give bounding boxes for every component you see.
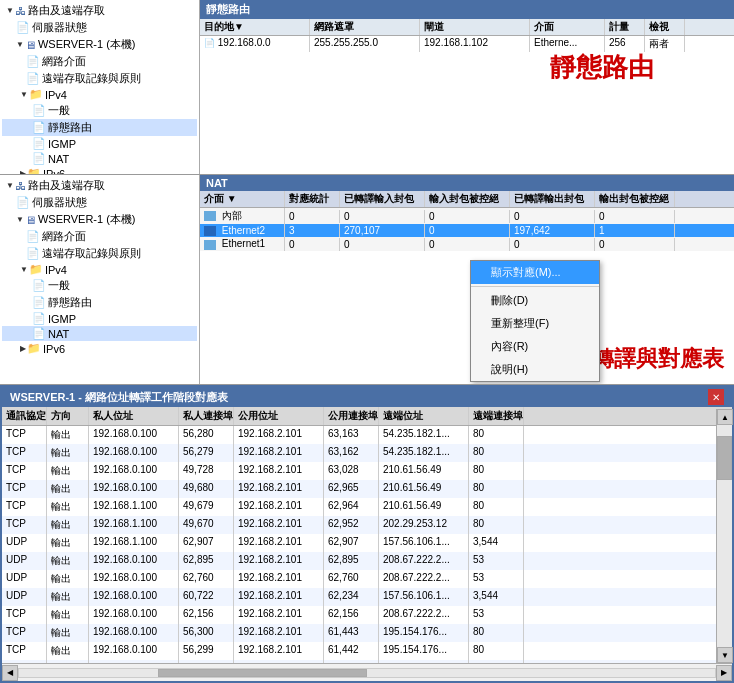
list-item: 192.168.1.100 — [89, 516, 179, 534]
tree-ipv4-top[interactable]: ▼ 📁 IPv4 — [2, 87, 197, 102]
horizontal-scrollbar: ◀ ▶ — [2, 663, 732, 681]
tree-static-routes-top[interactable]: 📄 靜態路由 — [2, 119, 197, 136]
list-item: 63,028 — [324, 462, 379, 480]
tree-static-mid[interactable]: 📄 靜態路由 — [2, 294, 197, 311]
scroll-left-btn[interactable]: ◀ — [2, 665, 18, 681]
table-row[interactable]: UDP輸出192.168.0.10062,895192.168.2.10162,… — [2, 552, 732, 570]
table-row[interactable]: TCP輸出192.168.1.10049,670192.168.2.10162,… — [2, 516, 732, 534]
col-header-gateway: 閘道 — [420, 19, 530, 35]
tree-igmp-mid[interactable]: 📄 IGMP — [2, 311, 197, 326]
tree-general-top[interactable]: 📄 一般 — [2, 102, 197, 119]
iface-icon-eth2 — [204, 226, 216, 236]
context-show-map[interactable]: 顯示對應(M)... — [471, 261, 599, 284]
tree-general-mid[interactable]: 📄 一般 — [2, 277, 197, 294]
col-header-iface: 介面 — [530, 19, 605, 35]
list-item: 208.67.222.2... — [379, 606, 469, 624]
table-row[interactable]: TCP輸出192.168.0.10049,728192.168.2.10163,… — [2, 462, 732, 480]
expand-icon3: ▼ — [20, 90, 28, 99]
nat-map-eth1: 0 — [285, 238, 340, 251]
list-item: UDP — [2, 570, 47, 588]
list-item: 62,760 — [324, 570, 379, 588]
scroll-thumb[interactable] — [158, 669, 367, 677]
table-row[interactable]: UDP輸出192.168.1.10062,907192.168.2.10162,… — [2, 534, 732, 552]
nat-map-eth2: 3 — [285, 224, 340, 237]
nat-iface-internal: 內部 — [200, 208, 285, 224]
list-item: 192.168.0.100 — [89, 426, 179, 444]
nat-row-eth2[interactable]: Ethernet2 3 270,107 0 197,642 1 — [200, 224, 734, 237]
tree-server-status-mid[interactable]: 📄 伺服器狀態 — [2, 194, 197, 211]
table-row[interactable]: TCP輸出192.168.0.10056,299192.168.2.10161,… — [2, 642, 732, 660]
folder-icon2: 📁 — [27, 167, 41, 174]
list-item: 56,299 — [179, 642, 234, 660]
col-direction: 方向 — [47, 407, 89, 425]
list-item: 53 — [469, 570, 524, 588]
list-item: TCP — [2, 516, 47, 534]
tree-igmp-top[interactable]: 📄 IGMP — [2, 136, 197, 151]
tree-server-status-top[interactable]: 📄 伺服器狀態 — [2, 19, 197, 36]
list-item: 輸出 — [47, 642, 89, 660]
scroll-up-btn[interactable]: ▲ — [717, 409, 733, 425]
list-item: 210.61.56.49 — [379, 498, 469, 516]
scroll-track[interactable] — [18, 668, 716, 678]
tree-ipv4-mid[interactable]: ▼ 📁 IPv4 — [2, 262, 197, 277]
context-delete[interactable]: 刪除(D) — [471, 289, 599, 312]
list-item: TCP — [2, 624, 47, 642]
tree-remote-top[interactable]: 📄 遠端存取記錄與原則 — [2, 70, 197, 87]
list-item: 80 — [469, 516, 524, 534]
list-item: 62,952 — [324, 516, 379, 534]
tree-routing-mid[interactable]: ▼ 🖧 路由及遠端存取 — [2, 177, 197, 194]
list-item: 61,443 — [324, 624, 379, 642]
scroll-vthumb[interactable] — [717, 436, 732, 480]
doc-icon-mid3: 📄 — [26, 247, 40, 260]
list-item: 62,965 — [324, 480, 379, 498]
context-properties[interactable]: 內容(R) — [471, 335, 599, 358]
expand-icon: ▼ — [6, 6, 14, 15]
scroll-down-btn[interactable]: ▼ — [717, 647, 733, 663]
context-help[interactable]: 說明(H) — [471, 358, 599, 381]
table-row[interactable]: TCP輸出192.168.0.10049,680192.168.2.10162,… — [2, 480, 732, 498]
nat-col-in-drop: 輸入封包被控絕 — [425, 191, 510, 207]
col-remote-port: 遠端連接埠 — [469, 407, 524, 425]
table-row[interactable]: TCP輸出192.168.0.10056,280192.168.2.10163,… — [2, 426, 732, 444]
tree-ipv6-top[interactable]: ▶ 📁 IPv6 — [2, 166, 197, 174]
list-item: 輸出 — [47, 534, 89, 552]
nat-intrans-eth1: 0 — [340, 238, 425, 251]
doc-icon7: 📄 — [32, 152, 46, 165]
nat-intrans-internal: 0 — [340, 210, 425, 223]
nat-outtrans-internal: 0 — [510, 210, 595, 223]
nat-outdrop-internal: 0 — [595, 210, 675, 223]
nat-row-eth1[interactable]: Ethernet1 0 0 0 0 0 — [200, 237, 734, 250]
close-button[interactable]: ✕ — [708, 389, 724, 405]
table-row[interactable]: TCP輸出192.168.0.10056,279192.168.2.10163,… — [2, 444, 732, 462]
nat-outdrop-eth2: 1 — [595, 224, 675, 237]
table-row[interactable]: UDP輸出192.168.0.10060,722192.168.2.10162,… — [2, 588, 732, 606]
list-item: 49,679 — [179, 498, 234, 516]
tree-routing-top[interactable]: ▼ 🖧 路由及遠端存取 — [2, 2, 197, 19]
list-item: 輸出 — [47, 624, 89, 642]
nat-trans-rows-container: TCP輸出192.168.0.10056,280192.168.2.10163,… — [2, 426, 732, 670]
tree-netiface-top[interactable]: 📄 網路介面 — [2, 53, 197, 70]
tree-nat-mid[interactable]: 📄 NAT — [2, 326, 197, 341]
table-row[interactable]: TCP輸出192.168.1.10049,679192.168.2.10162,… — [2, 498, 732, 516]
tree-remote-mid[interactable]: 📄 遠端存取記錄與原則 — [2, 245, 197, 262]
nat-trans-title-bar: WSERVER-1 - 網路位址轉譯工作階段對應表 ✕ — [2, 387, 732, 407]
nat-indrop-internal: 0 — [425, 210, 510, 223]
table-row[interactable]: UDP輸出192.168.0.10062,760192.168.2.10162,… — [2, 570, 732, 588]
tree-wserver-mid[interactable]: ▼ 🖥 WSERVER-1 (本機) — [2, 211, 197, 228]
list-item: 80 — [469, 462, 524, 480]
nat-col-in-trans: 已轉譯輸入封包 — [340, 191, 425, 207]
scroll-vtrack[interactable] — [717, 425, 732, 647]
table-row[interactable]: TCP輸出192.168.0.10056,300192.168.2.10161,… — [2, 624, 732, 642]
list-item: TCP — [2, 480, 47, 498]
context-refresh[interactable]: 重新整理(F) — [471, 312, 599, 335]
tree-nat-top[interactable]: 📄 NAT — [2, 151, 197, 166]
nat-row-internal[interactable]: 內部 0 0 0 0 0 — [200, 208, 734, 224]
col-pub-addr: 公用位址 — [234, 407, 324, 425]
tree-ipv6-mid[interactable]: ▶ 📁 IPv6 — [2, 341, 197, 356]
tree-wserver-top[interactable]: ▼ 🖥 WSERVER-1 (本機) — [2, 36, 197, 53]
list-item: 192.168.0.100 — [89, 624, 179, 642]
tree-netiface-mid[interactable]: 📄 網路介面 — [2, 228, 197, 245]
table-row[interactable]: TCP輸出192.168.0.10062,156192.168.2.10162,… — [2, 606, 732, 624]
scroll-right-btn[interactable]: ▶ — [716, 665, 732, 681]
context-menu: 顯示對應(M)... 刪除(D) 重新整理(F) 內容(R) 說明(H) — [470, 260, 600, 382]
